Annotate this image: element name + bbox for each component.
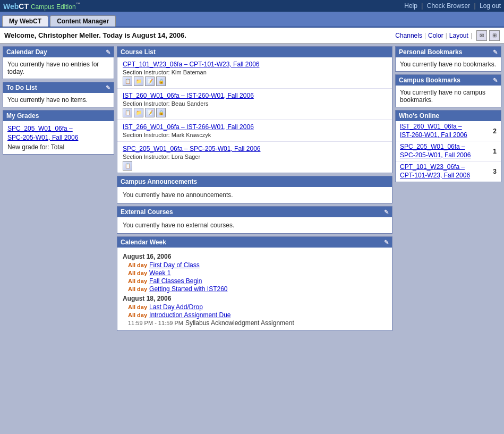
campus-announcements-panel: Campus Announcements You currently have …: [117, 176, 392, 203]
cal-event-link[interactable]: Getting Started with IST260: [149, 285, 227, 293]
online-count: 1: [493, 148, 497, 155]
course-list-body: CPT_101_W23_06fa – CPT-101-W23, Fall 200…: [117, 57, 392, 173]
center-column: Course List CPT_101_W23_06fa – CPT-101-W…: [117, 46, 392, 331]
course-icon[interactable]: 📋: [123, 76, 132, 86]
calendar-day-panel: Calendar Day ✎ You currently have no ent…: [3, 46, 114, 79]
cal-event-link[interactable]: First Day of Class: [149, 261, 200, 269]
right-sidebar: Personal Bookmarks ✎ You currently have …: [395, 46, 501, 182]
cal-event-link[interactable]: Last Day Add/Drop: [149, 303, 203, 311]
external-courses-panel: External Courses ✎ You currently have no…: [117, 206, 392, 234]
grid-icon[interactable]: ⊞: [489, 30, 500, 41]
course-link[interactable]: CPT_101_W23_06fa – CPT-101-W23, Fall 200…: [123, 61, 259, 68]
course-icons: 📋: [123, 161, 387, 171]
course-icon[interactable]: 📋: [123, 108, 132, 117]
my-grades-panel: My Grades SPC_205_W01_06fa – SPC-205-W01…: [3, 110, 114, 155]
cal-event-link[interactable]: Introduction Assignment Due: [149, 311, 230, 319]
channels-link[interactable]: Channels: [395, 32, 422, 39]
cal-event: All day Fall Classes Begin: [128, 277, 387, 285]
grades-course-link[interactable]: SPC_205_W01_06fa – SPC-205-W01, Fall 200…: [7, 124, 109, 142]
course-icon[interactable]: 📁: [134, 108, 143, 117]
course-icon[interactable]: 🔒: [156, 76, 166, 86]
layout-link[interactable]: Layout: [449, 32, 468, 39]
personal-bookmarks-body: You currently have no bookmarks.: [396, 57, 501, 71]
calendar-day-title: Calendar Day: [6, 48, 47, 56]
course-icons: 📋 📁 📝 🔒: [123, 76, 387, 86]
course-link[interactable]: IST_260_W01_06fa – IST-260-W01, Fall 200…: [123, 92, 254, 99]
campus-announcements-title: Campus Announcements: [121, 178, 197, 185]
campus-bookmarks-panel: Campus Bookmarks ✎ You currently have no…: [395, 74, 501, 107]
online-item: IST_260_W01_06fa – IST-260-W01, Fall 200…: [396, 121, 501, 141]
my-grades-body: SPC_205_W01_06fa – SPC-205-W01, Fall 200…: [3, 121, 114, 154]
cal-event-link[interactable]: Fall Classes Begin: [149, 277, 202, 285]
course-link[interactable]: IST_266_W01_06fa – IST-266-W01, Fall 200…: [123, 123, 254, 131]
course-list-header: Course List: [117, 47, 392, 57]
todo-list-panel: To Do List ✎ You currently have no items…: [3, 82, 114, 107]
calendar-week-header: Calendar Week ✎: [117, 237, 392, 248]
cal-date: August 16, 2006: [123, 253, 387, 260]
course-icons: 📋 📁 📝 🔒: [123, 108, 387, 117]
todo-list-header: To Do List ✎: [3, 82, 114, 93]
course-list-title: Course List: [121, 48, 156, 56]
course-icon[interactable]: 🔒: [156, 108, 166, 117]
external-courses-title: External Courses: [121, 208, 173, 216]
campus-announcements-header: Campus Announcements: [117, 176, 392, 187]
course-icon[interactable]: 📝: [145, 108, 155, 117]
whos-online-panel: Who's Online IST_260_W01_06fa – IST-260-…: [395, 110, 501, 182]
top-links: Help | Check Browser | Log out: [404, 2, 501, 10]
personal-bookmarks-edit-icon[interactable]: ✎: [493, 49, 498, 56]
check-browser-link[interactable]: Check Browser: [427, 2, 470, 10]
course-icon[interactable]: 📋: [123, 161, 132, 171]
online-course-link[interactable]: IST_260_W01_06fa – IST-260-W01, Fall 200…: [400, 123, 467, 139]
course-item: IST_260_W01_06fa – IST-260-W01, Fall 200…: [117, 89, 392, 120]
nav-tabs: My WebCT Content Manager: [0, 12, 504, 28]
logout-link[interactable]: Log out: [480, 2, 501, 10]
personal-bookmarks-panel: Personal Bookmarks ✎ You currently have …: [395, 46, 501, 72]
course-icon[interactable]: 📁: [134, 76, 143, 86]
online-course-link[interactable]: CPT_101_W23_06fa – CPT-101-W23, Fall 200…: [400, 163, 470, 180]
tab-contentmanager[interactable]: Content Manager: [50, 15, 116, 27]
course-instructor: Section Instructor: Beau Sanders: [123, 100, 387, 107]
todo-list-title: To Do List: [6, 84, 37, 91]
todo-list-body: You currently have no items.: [3, 93, 114, 107]
external-courses-header: External Courses ✎: [117, 207, 392, 217]
grade-note: New grade for: Total: [7, 143, 109, 151]
todo-list-edit-icon[interactable]: ✎: [106, 84, 110, 91]
course-instructor: Section Instructor: Mark Krawczyk: [123, 132, 387, 138]
course-instructor: Section Instructor: Lora Sager: [123, 154, 387, 160]
course-list-panel: Course List CPT_101_W23_06fa – CPT-101-W…: [117, 46, 392, 173]
whos-online-header: Who's Online: [396, 110, 501, 121]
calendar-day-edit-icon[interactable]: ✎: [106, 49, 110, 56]
external-courses-edit-icon[interactable]: ✎: [384, 209, 389, 216]
my-grades-title: My Grades: [6, 112, 39, 120]
calendar-week-edit-icon[interactable]: ✎: [384, 239, 389, 246]
tab-mywebct[interactable]: My WebCT: [2, 15, 48, 27]
cal-event-link[interactable]: Week 1: [149, 269, 170, 277]
cal-event: All day Getting Started with IST260: [128, 285, 387, 293]
color-link[interactable]: Color: [428, 32, 443, 39]
welcomebar: Welcome, Christopher Meller. Today is Au…: [0, 28, 504, 44]
online-count: 2: [493, 127, 497, 135]
left-sidebar: Calendar Day ✎ You currently have no ent…: [3, 46, 114, 155]
cal-event: 11:59 PM - 11:59 PM Syllabus Acknowledgm…: [128, 319, 387, 327]
campus-bookmarks-edit-icon[interactable]: ✎: [493, 77, 498, 84]
help-link[interactable]: Help: [404, 2, 417, 10]
course-icon[interactable]: 📝: [145, 76, 155, 86]
course-item: SPC_205_W01_06fa – SPC-205-W01, Fall 200…: [117, 142, 392, 173]
online-course-link[interactable]: SPC_205_W01_06fa – SPC-205-W01, Fall 200…: [400, 143, 471, 159]
envelope-icon[interactable]: ✉: [476, 30, 487, 41]
cal-event: All day Last Day Add/Drop: [128, 303, 387, 311]
cal-date: August 18, 2006: [123, 295, 387, 302]
welcome-message: Welcome, Christopher Meller. Today is Au…: [4, 31, 186, 39]
campus-bookmarks-header: Campus Bookmarks ✎: [396, 75, 501, 86]
cal-event-text: Syllabus Acknowledgment Assignment: [185, 319, 294, 327]
course-link[interactable]: SPC_205_W01_06fa – SPC-205-W01, Fall 200…: [123, 145, 260, 152]
my-grades-header: My Grades: [3, 110, 114, 121]
calendar-day-header: Calendar Day ✎: [3, 47, 114, 57]
cal-event: All day Introduction Assignment Due: [128, 311, 387, 319]
calendar-week-body: August 16, 2006 All day First Day of Cla…: [117, 248, 392, 330]
whos-online-title: Who's Online: [399, 112, 439, 120]
external-courses-body: You currently have no external courses.: [117, 217, 392, 233]
online-item: CPT_101_W23_06fa – CPT-101-W23, Fall 200…: [396, 161, 501, 181]
campus-bookmarks-body: You currently have no campus bookmarks.: [396, 86, 501, 107]
welcome-links: Channels | Color | Layout |: [395, 32, 472, 39]
